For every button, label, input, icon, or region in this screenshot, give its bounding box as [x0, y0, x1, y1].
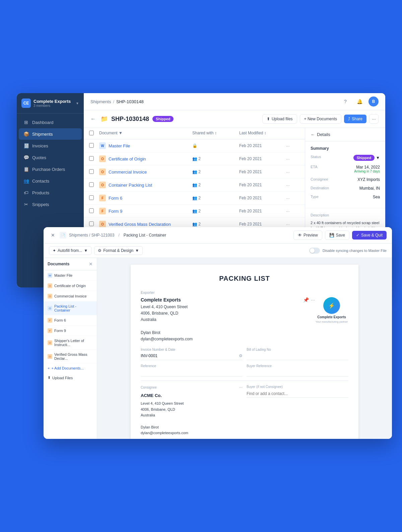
breadcrumb-current: SHP-1030148 — [116, 99, 144, 104]
more-icon: ··· — [372, 116, 376, 122]
eta-row: ETA Mar 14, 2022 Arriving in 7 days — [311, 165, 380, 173]
autofill-chevron-icon: ▼ — [84, 248, 88, 253]
exporter-actions: 📌 ··· — [303, 297, 315, 303]
format-design-button[interactable]: ⚙ Format & Design ▼ — [94, 246, 143, 255]
sidebar-header[interactable]: CE Complete Exports 3 members ▼ — [17, 93, 84, 114]
doc-list-item[interactable]: F Form 9 — [44, 326, 97, 336]
modified-col-header: Last Modified ↕ — [239, 131, 286, 136]
quotes-icon: 💬 — [23, 155, 29, 160]
exporter-more-button[interactable]: ··· — [311, 297, 315, 303]
company-logo-icon: CE — [21, 98, 31, 108]
checkbox-col — [89, 131, 99, 136]
document-link[interactable]: W Master File — [99, 142, 192, 149]
invoices-icon: 🧾 — [23, 143, 29, 148]
table-row: O Commercial Invoice 👥 2 Feb 20 2021 ··· — [84, 165, 305, 179]
table-row: O Container Packing List 👥 2 Feb 20 2021… — [84, 179, 305, 192]
notification-icon[interactable]: 🔔 — [354, 96, 364, 107]
upload-files-button[interactable]: ⬆ Upload files — [262, 114, 297, 124]
buyer-input[interactable] — [247, 390, 348, 398]
table-row: F Form 6 👥 2 Feb 20 2021 ··· — [84, 192, 305, 205]
back-button[interactable]: ← — [90, 116, 96, 122]
row-more-button[interactable]: ··· — [286, 196, 299, 201]
sidebar-item-invoices[interactable]: 🧾 Invoices — [19, 140, 82, 151]
pin-icon[interactable]: 📌 — [303, 297, 309, 303]
doc-list-item[interactable]: W Master File — [44, 270, 97, 281]
doc-list-icon: O — [48, 354, 52, 359]
sidebar-item-label: Contacts — [32, 179, 49, 184]
consignee-more-button[interactable]: ··· — [239, 385, 243, 390]
sidebar-item-purchase-orders[interactable]: 📋 Purchase Orders — [19, 163, 82, 175]
share-button[interactable]: ⤴ Share — [344, 115, 366, 123]
document-link[interactable]: O Container Packing List — [99, 182, 192, 188]
preview-button[interactable]: 👁 Preview — [293, 230, 322, 240]
doc-list-item[interactable]: O Shipper's Letter of Instructi... — [44, 336, 97, 350]
breadcrumb-parent[interactable]: Shipments — [90, 99, 111, 104]
sidebar-item-label: Shipments — [32, 132, 53, 137]
consignee-section: Consignee ··· ACME Co. Level 4, 410 Quee… — [141, 385, 243, 436]
editor-title-row: ✕ 📄 Shipments / SHP-121003 / Packing Lis… — [49, 231, 166, 239]
editor-body: Documents ✕ W Master File O Certificate … — [44, 258, 392, 439]
sync-toggle[interactable] — [309, 248, 320, 254]
sidebar-item-label: Dashboard — [32, 120, 54, 125]
user-avatar[interactable]: B — [368, 96, 379, 107]
buyer-reference-field: Buyer Reference — [247, 364, 348, 377]
bill-of-lading-field: Bill of Lading No — [247, 348, 348, 360]
sidebar-item-shipments[interactable]: 📦 Shipments — [19, 128, 82, 140]
help-icon[interactable]: ? — [340, 96, 350, 107]
row-more-button[interactable]: ··· — [286, 183, 299, 188]
doc-list-item[interactable]: O Verified Gross Mass Declar... — [44, 350, 97, 363]
document-link[interactable]: O Commercial Invoice — [99, 169, 192, 175]
exporter-address: Level 4, 410 Queen Street4006, Brisbane,… — [141, 304, 300, 342]
status-chevron-icon: ▼ — [376, 155, 380, 160]
add-documents-button[interactable]: + + Add Documents... — [44, 363, 97, 373]
document-link[interactable]: O Verified Gross Mass Declaration — [99, 221, 192, 227]
sidebar-item-snippets[interactable]: ✂ Snippets — [19, 199, 82, 210]
breadcrumb: Shipments / SHP-1030148 — [90, 99, 144, 104]
detail-status-badge[interactable]: Shipped — [353, 155, 375, 161]
format-chevron-icon: ▼ — [135, 248, 139, 253]
document-link[interactable]: O Certificate of Origin — [99, 155, 192, 162]
doc-list-icon: O — [48, 294, 52, 298]
doc-list-item[interactable]: F Form 6 — [44, 315, 97, 326]
doc-icon-form: F — [99, 208, 106, 214]
gear-icon[interactable]: ⚙ — [239, 353, 243, 358]
details-tab[interactable]: ← Details — [305, 128, 385, 141]
buyer-section: Buyer (if not Consignee) — [247, 385, 348, 436]
row-more-button[interactable]: ··· — [286, 222, 299, 227]
save-button[interactable]: 💾 Save — [325, 230, 349, 240]
lock-icon: 🔒 — [192, 143, 197, 148]
upload-files-button[interactable]: ⬆ Upload Files — [44, 373, 97, 383]
more-options-button[interactable]: ··· — [369, 114, 379, 124]
new-documents-button[interactable]: + New Documents — [300, 114, 341, 124]
company-chevron-icon[interactable]: ▼ — [76, 102, 79, 105]
close-editor-button[interactable]: ✕ — [49, 231, 57, 239]
row-more-button[interactable]: ··· — [286, 170, 299, 175]
doc-icon-form: F — [99, 195, 106, 201]
doc-page: PACKING LIST Exporter Complete Exports L… — [131, 265, 358, 439]
sidebar-item-products[interactable]: 🏷 Products — [19, 187, 82, 198]
sidebar-item-dashboard[interactable]: ⊞ Dashboard — [19, 117, 82, 128]
doc-list-item-active[interactable]: O Packing List - Container — [44, 302, 97, 315]
table-row: F Form 9 👥 2 Feb 20 2021 ··· — [84, 205, 305, 218]
row-more-button[interactable]: ··· — [286, 156, 299, 161]
company-logo-circle: ⚡ — [323, 297, 340, 314]
table-row: O Certificate of Origin 👥 2 Feb 20 2021 … — [84, 152, 305, 165]
row-more-button[interactable]: ··· — [286, 143, 299, 148]
sidebar-item-contacts[interactable]: 👥 Contacts — [19, 175, 82, 187]
consignee-address: Level 4, 410 Queen Street4006, Brisbane,… — [141, 401, 243, 436]
doc-list-item[interactable]: O Commercial Invoice — [44, 291, 97, 302]
document-link[interactable]: F Form 9 — [99, 208, 192, 214]
invoice-number-field: Invoice Number & Date INV-0001 ⚙ — [141, 348, 243, 360]
sidebar-item-quotes[interactable]: 💬 Quotes — [19, 152, 82, 163]
doc-sidebar-close-button[interactable]: ✕ — [89, 261, 93, 267]
doc-list-icon: F — [48, 318, 52, 323]
document-link[interactable]: F Form 6 — [99, 195, 192, 201]
header-actions: ⬆ Upload files + New Documents ⤴ Share ·… — [262, 114, 379, 124]
top-bar: Shipments / SHP-1030148 ? 🔔 B — [84, 93, 385, 110]
doc-sidebar-title: Documents — [48, 262, 69, 266]
company-name: Complete Exports — [34, 99, 71, 104]
doc-list-item[interactable]: O Certificate of Origin — [44, 281, 97, 291]
row-more-button[interactable]: ··· — [286, 209, 299, 214]
save-quit-button[interactable]: ✓ Save & Quit — [352, 231, 387, 240]
autofill-button[interactable]: ✦ Autofill from... ▼ — [49, 246, 91, 255]
